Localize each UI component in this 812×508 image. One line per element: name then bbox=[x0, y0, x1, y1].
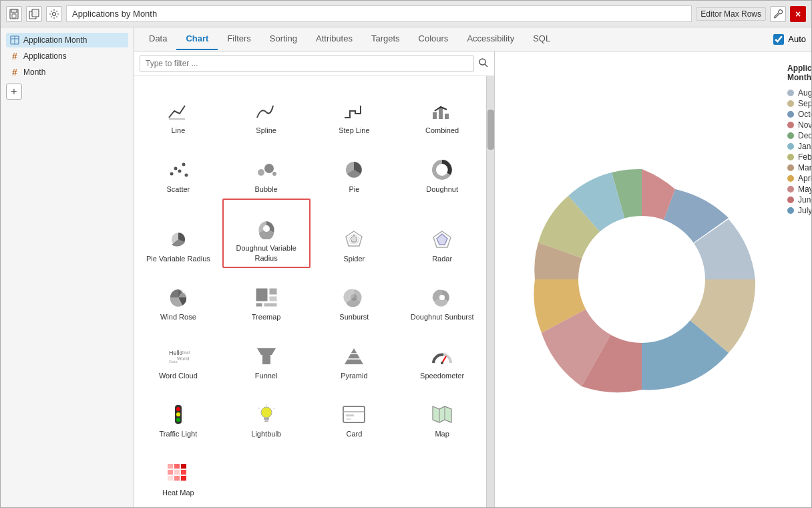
chart-type-bubble[interactable]: Bubble bbox=[222, 140, 311, 199]
sidebar-item-label-month: Month bbox=[23, 68, 45, 77]
chart-type-doughnut-variable-radius[interactable]: Doughnut Variable Radius bbox=[222, 199, 311, 268]
svg-rect-11 bbox=[433, 112, 437, 119]
legend-dot bbox=[787, 143, 794, 150]
sidebar-item-month[interactable]: # Month bbox=[6, 65, 128, 80]
svg-point-24 bbox=[439, 166, 445, 173]
legend-dot bbox=[787, 122, 794, 128]
copy-icon[interactable] bbox=[26, 6, 42, 22]
chart-label-traffic-light: Traffic Light bbox=[159, 429, 197, 438]
svg-rect-71 bbox=[181, 470, 186, 475]
chart-type-sunburst[interactable]: Sunburst bbox=[311, 268, 399, 327]
legend-item-june: June bbox=[787, 195, 811, 205]
chart-body: LineSplineStep LineCombinedScatterBubble… bbox=[134, 51, 811, 507]
chart-type-traffic-light[interactable]: Traffic Light bbox=[134, 385, 222, 444]
chart-label-spline: Spline bbox=[256, 126, 276, 135]
tab-sorting[interactable]: Sorting bbox=[260, 28, 307, 50]
svg-line-58 bbox=[258, 408, 260, 409]
tab-targets[interactable]: Targets bbox=[362, 28, 409, 50]
sidebar-item-label: Application Month bbox=[23, 35, 87, 45]
auto-checkbox-input[interactable] bbox=[773, 34, 784, 45]
chart-label-line: Line bbox=[171, 126, 185, 135]
chart-icon-lightbulb bbox=[253, 402, 280, 426]
chart-type-doughnut-sunburst[interactable]: Doughnut Sunburst bbox=[398, 268, 486, 327]
close-button[interactable]: × bbox=[790, 6, 806, 22]
chart-type-funnel[interactable]: Funnel bbox=[222, 326, 311, 385]
legend-dot bbox=[787, 132, 794, 139]
svg-marker-29 bbox=[351, 235, 357, 242]
chart-icon-traffic-light bbox=[165, 402, 192, 426]
legend-label: July bbox=[798, 206, 811, 215]
svg-marker-45 bbox=[345, 348, 363, 364]
chart-type-pyramid[interactable]: Pyramid bbox=[311, 326, 399, 385]
chart-type-combined[interactable]: Combined bbox=[398, 82, 486, 140]
chart-type-doughnut[interactable]: Doughnut bbox=[398, 140, 486, 199]
svg-rect-73 bbox=[174, 476, 180, 481]
filter-bar bbox=[134, 51, 494, 76]
chart-type-card[interactable]: Card bbox=[311, 385, 399, 444]
chart-type-pie-variable-radius[interactable]: Pie Variable Radius bbox=[134, 199, 222, 268]
editor-max-rows-label: Editor Max Rows bbox=[696, 7, 766, 21]
tab-attributes[interactable]: Attributes bbox=[307, 28, 362, 50]
chart-type-map[interactable]: Map bbox=[398, 385, 486, 444]
chart-type-word-cloud[interactable]: HelloWorldDataCloudWord Cloud bbox=[134, 326, 222, 385]
chart-type-spline[interactable]: Spline bbox=[222, 82, 311, 140]
search-icon[interactable] bbox=[478, 57, 489, 70]
legend-item-april: April bbox=[787, 173, 811, 184]
chart-type-wind-rose[interactable]: Wind Rose bbox=[134, 268, 222, 327]
tab-filters[interactable]: Filters bbox=[218, 28, 260, 50]
chart-type-radar[interactable]: Radar bbox=[398, 199, 486, 268]
settings-icon[interactable] bbox=[46, 6, 62, 22]
chart-label-word-cloud: Word Cloud bbox=[159, 371, 198, 380]
tab-colours[interactable]: Colours bbox=[409, 28, 458, 50]
svg-point-5 bbox=[53, 12, 56, 15]
chart-icon-combined bbox=[429, 99, 455, 123]
tab-sql[interactable]: SQL bbox=[524, 28, 560, 50]
chart-type-pie[interactable]: Pie bbox=[311, 140, 399, 199]
sidebar: Application Month # Applications # Month… bbox=[1, 27, 134, 507]
add-field-button[interactable]: + bbox=[6, 84, 22, 100]
chart-type-speedometer[interactable]: Speedometer bbox=[398, 326, 486, 385]
sidebar-item-applications[interactable]: # Applications bbox=[6, 49, 128, 64]
svg-point-52 bbox=[176, 412, 180, 416]
chart-icon-line bbox=[165, 99, 192, 123]
chart-label-heat-map: Heat Map bbox=[162, 488, 194, 497]
svg-rect-33 bbox=[256, 288, 268, 301]
report-title[interactable]: Applications by Month bbox=[66, 5, 692, 22]
svg-rect-62 bbox=[346, 414, 354, 416]
chart-type-lightbulb[interactable]: Lightbulb bbox=[222, 385, 311, 444]
sidebar-item-application-month[interactable]: Application Month bbox=[6, 33, 128, 47]
chart-type-step-line[interactable]: Step Line bbox=[311, 82, 399, 140]
filter-input[interactable] bbox=[140, 55, 474, 72]
scrollbar-thumb[interactable] bbox=[487, 110, 494, 150]
tab-chart[interactable]: Chart bbox=[176, 28, 218, 50]
chart-icon-pie-variable-radius bbox=[165, 227, 192, 251]
hash-icon-month: # bbox=[10, 68, 19, 77]
legend-label: January bbox=[798, 142, 811, 151]
chart-selector-panel: LineSplineStep LineCombinedScatterBubble… bbox=[134, 51, 495, 507]
tab-accessibility[interactable]: Accessibility bbox=[457, 28, 524, 50]
sidebar-item-label-applications: Applications bbox=[23, 51, 67, 61]
legend-dot bbox=[787, 111, 794, 118]
chart-type-treemap[interactable]: Treemap bbox=[222, 268, 311, 327]
save-icon[interactable] bbox=[6, 6, 22, 22]
scrollbar-track[interactable] bbox=[486, 76, 494, 507]
chart-label-scatter: Scatter bbox=[166, 184, 190, 194]
legend-item-may: May bbox=[787, 184, 811, 195]
chart-type-heat-map[interactable]: Heat Map bbox=[134, 443, 222, 502]
chart-type-scatter[interactable]: Scatter bbox=[134, 140, 222, 199]
legend-item-january: January bbox=[787, 141, 811, 152]
svg-line-59 bbox=[273, 408, 275, 409]
tab-data[interactable]: Data bbox=[140, 28, 176, 50]
chart-label-pie: Pie bbox=[349, 184, 359, 194]
svg-rect-67 bbox=[174, 464, 180, 469]
legend-label: November bbox=[798, 120, 811, 130]
chart-type-spider[interactable]: Spider bbox=[311, 199, 399, 268]
right-panel: Data Chart Filters Sorting Attributes Ta… bbox=[134, 27, 811, 507]
svg-rect-4 bbox=[32, 9, 39, 17]
svg-point-16 bbox=[178, 169, 181, 172]
legend-item-july: July bbox=[787, 205, 811, 216]
chart-type-line[interactable]: Line bbox=[134, 82, 222, 140]
svg-point-39 bbox=[439, 295, 445, 300]
topbar: Applications by Month Editor Max Rows × bbox=[1, 1, 811, 27]
wrench-icon[interactable] bbox=[770, 6, 786, 22]
